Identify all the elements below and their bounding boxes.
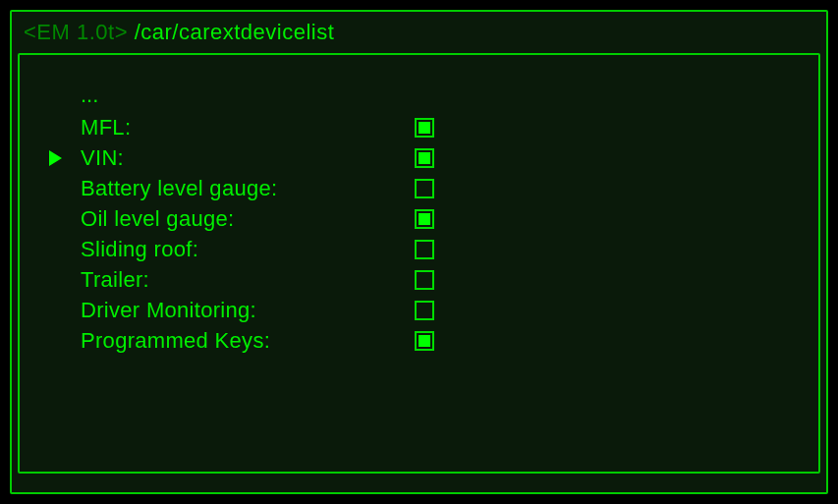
list-item[interactable]: Oil level gauge: [49, 203, 779, 234]
checkbox[interactable] [415, 331, 434, 351]
checkbox[interactable] [415, 270, 434, 290]
item-label: MFL: [81, 115, 415, 140]
item-label: Trailer: [81, 267, 415, 293]
device-list-panel: ... MFL:VIN:Battery level gauge:Oil leve… [18, 53, 820, 474]
terminal-window: <EM 1.0t> /car/carextdevicelist ... MFL:… [10, 10, 828, 494]
checkbox[interactable] [415, 301, 434, 320]
checkbox[interactable] [415, 118, 434, 138]
item-label: Battery level gauge: [81, 176, 415, 201]
list-item[interactable]: VIN: [49, 142, 779, 173]
prompt-prefix: <EM 1.0t> [24, 20, 128, 44]
checkbox[interactable] [415, 240, 434, 259]
list-item[interactable]: Programmed Keys: [49, 325, 779, 356]
path-text: /car/carextdevicelist [135, 20, 335, 44]
item-label: Driver Monitoring: [81, 298, 415, 323]
list-item[interactable]: Trailer: [49, 264, 779, 295]
checkbox[interactable] [415, 209, 434, 229]
item-label: Sliding roof: [81, 237, 415, 262]
list-item[interactable]: Sliding roof: [49, 234, 779, 264]
breadcrumb: <EM 1.0t> /car/carextdevicelist [12, 12, 826, 53]
item-label: VIN: [81, 145, 415, 171]
list-item[interactable]: Battery level gauge: [49, 173, 779, 203]
item-label: Programmed Keys: [81, 328, 415, 354]
selection-arrow-icon [49, 150, 62, 166]
selection-pointer-slot [49, 150, 81, 166]
list-item[interactable]: MFL: [49, 112, 779, 142]
item-label: Oil level gauge: [81, 206, 415, 232]
checkbox[interactable] [415, 148, 434, 168]
list-item[interactable]: Driver Monitoring: [49, 295, 779, 325]
device-list: MFL:VIN:Battery level gauge:Oil level ga… [49, 112, 779, 356]
checkbox[interactable] [415, 179, 434, 198]
scroll-up-indicator[interactable]: ... [49, 84, 779, 110]
